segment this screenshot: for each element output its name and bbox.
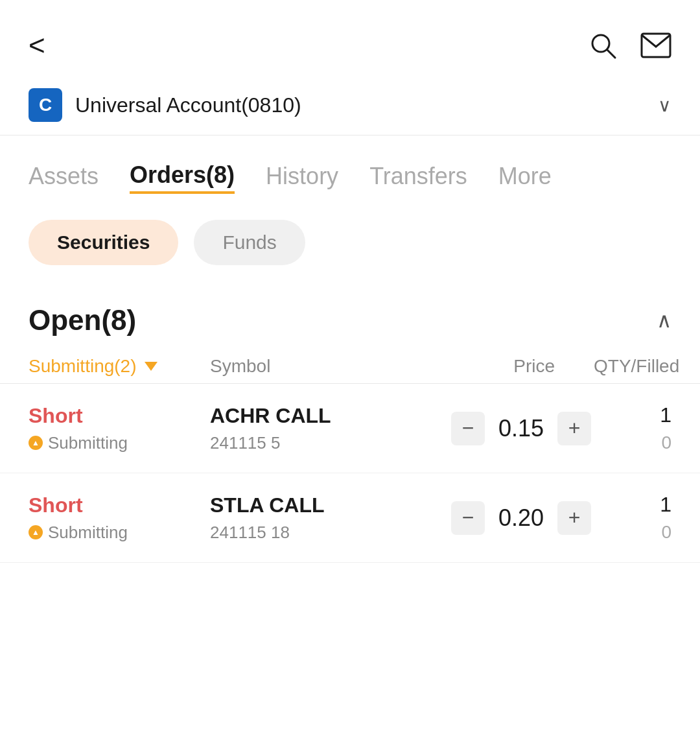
tab-more[interactable]: More <box>498 163 552 193</box>
account-name: Universal Account(0810) <box>75 93 658 117</box>
qty-filled-1: 0 <box>607 432 671 453</box>
order-side-2: Short <box>29 493 210 517</box>
order-symbol-block-2: STLA CALL 241115 18 <box>210 493 451 543</box>
svg-rect-2 <box>642 34 670 57</box>
qty-block-1: 1 0 <box>607 403 671 453</box>
price-decrease-button-2[interactable]: − <box>451 501 485 535</box>
filter-securities-button[interactable]: Securities <box>29 220 178 265</box>
status-dot-icon-2 <box>29 525 43 539</box>
order-symbol-date-2: 241115 18 <box>210 523 451 543</box>
collapse-icon[interactable]: ∧ <box>657 308 671 333</box>
order-status-2: Submitting <box>29 523 210 543</box>
svg-line-1 <box>607 50 615 58</box>
tab-transfers[interactable]: Transfers <box>369 163 467 193</box>
account-logo: C <box>29 88 62 122</box>
table-header: Submitting(2) Symbol Price QTY/Filled <box>0 349 700 384</box>
mail-icon[interactable] <box>640 32 671 58</box>
price-decrease-button-1[interactable]: − <box>451 412 485 445</box>
col-qty-header: QTY/Filled <box>594 356 671 377</box>
col-symbol-header: Symbol <box>210 356 425 377</box>
back-button[interactable]: < <box>29 31 45 60</box>
header-actions <box>589 31 671 60</box>
col-price-header: Price <box>425 356 555 377</box>
order-side-block-1: Short Submitting <box>29 404 210 453</box>
account-row[interactable]: C Universal Account(0810) ∨ <box>0 75 700 136</box>
order-symbol-date-1: 241115 5 <box>210 433 451 453</box>
price-control-1: − 0.15 + <box>451 412 591 445</box>
submitting-filter-button[interactable]: Submitting(2) <box>29 356 210 377</box>
account-logo-letter: C <box>39 95 52 115</box>
tab-history[interactable]: History <box>266 163 338 193</box>
section-header: Open(8) ∧ <box>0 285 700 349</box>
submitting-arrow-icon <box>145 362 158 371</box>
order-status-1: Submitting <box>29 433 210 453</box>
section-title: Open(8) <box>29 304 136 337</box>
price-increase-button-2[interactable]: + <box>557 501 591 535</box>
filter-row: Securities Funds <box>0 207 700 285</box>
tab-assets[interactable]: Assets <box>29 163 99 193</box>
qty-filled-2: 0 <box>607 522 671 543</box>
account-chevron-icon[interactable]: ∨ <box>658 95 671 116</box>
order-row: Short Submitting ACHR CALL 241115 5 − 0.… <box>0 384 700 473</box>
price-increase-button-1[interactable]: + <box>557 412 591 445</box>
tabs-bar: Assets Orders(8) History Transfers More <box>0 136 700 207</box>
qty-total-1: 1 <box>607 403 671 427</box>
tab-orders[interactable]: Orders(8) <box>130 161 235 194</box>
price-value-1: 0.15 <box>495 415 547 442</box>
order-symbol-block-1: ACHR CALL 241115 5 <box>210 404 451 453</box>
price-control-2: − 0.20 + <box>451 501 591 535</box>
status-dot-icon-1 <box>29 436 43 450</box>
search-icon[interactable] <box>589 31 617 60</box>
qty-block-2: 1 0 <box>607 493 671 543</box>
header: < <box>0 0 700 75</box>
order-symbol-name-1: ACHR CALL <box>210 404 451 428</box>
order-side-block-2: Short Submitting <box>29 493 210 543</box>
order-row: Short Submitting STLA CALL 241115 18 − 0… <box>0 473 700 563</box>
price-value-2: 0.20 <box>495 504 547 532</box>
order-side-1: Short <box>29 404 210 428</box>
filter-funds-button[interactable]: Funds <box>194 220 305 265</box>
order-symbol-name-2: STLA CALL <box>210 493 451 517</box>
qty-total-2: 1 <box>607 493 671 517</box>
